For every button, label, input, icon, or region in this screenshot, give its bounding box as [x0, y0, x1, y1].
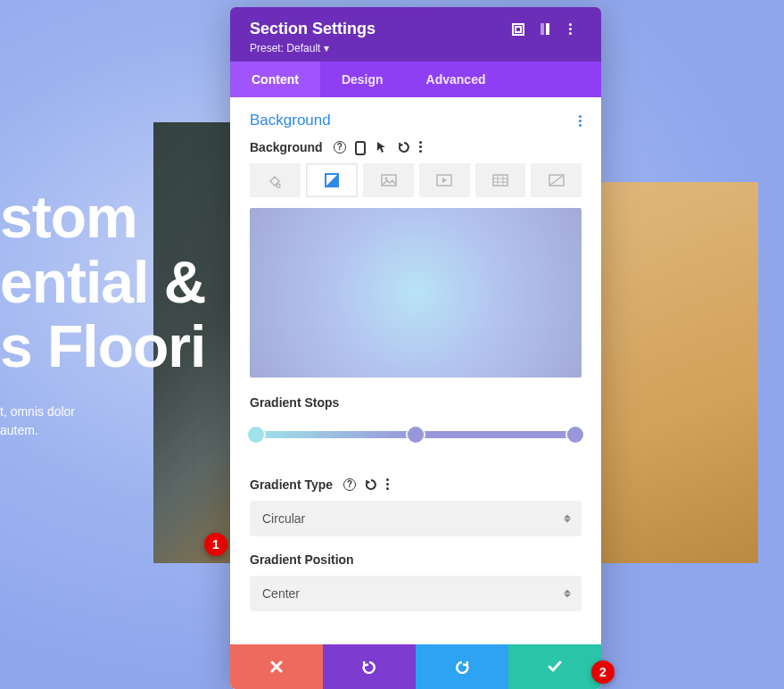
annotation-badge-1: 1 — [204, 533, 227, 556]
panel-body: Background Background ? — [230, 97, 601, 644]
gradient-type-select[interactable]: Circular — [250, 501, 582, 536]
select-caret-icon — [564, 590, 571, 598]
tab-design[interactable]: Design — [320, 62, 405, 97]
svg-rect-0 — [513, 24, 524, 35]
expand-icon[interactable] — [512, 23, 524, 36]
gradient-preview[interactable] — [250, 208, 582, 378]
gradient-position-select[interactable]: Center — [250, 576, 582, 611]
header-icon-group — [512, 23, 582, 36]
close-icon — [270, 660, 283, 673]
modal-title: Section Settings — [250, 20, 375, 38]
select-caret-icon — [564, 515, 571, 523]
bg-tab-pattern[interactable] — [475, 163, 526, 197]
modal-header: Section Settings Preset: Default ▾ — [230, 7, 601, 62]
bg-tab-mask[interactable] — [531, 163, 582, 197]
background-label: Background — [250, 140, 323, 154]
section-settings-modal: Section Settings Preset: Default ▾ Conte… — [230, 7, 601, 689]
bg-tab-gradient[interactable] — [306, 163, 359, 197]
field-more-icon[interactable] — [386, 478, 399, 491]
hero-image-right — [598, 182, 758, 563]
reset-icon[interactable] — [398, 141, 410, 154]
preset-label: Preset: — [250, 42, 284, 54]
svg-rect-2 — [356, 142, 365, 154]
svg-rect-7 — [493, 175, 508, 186]
panel-heading[interactable]: Background — [250, 112, 331, 129]
gradient-position-label: Gradient Position — [250, 552, 354, 567]
responsive-columns-icon[interactable] — [541, 23, 553, 36]
help-icon[interactable]: ? — [334, 141, 346, 154]
gradient-stops-slider[interactable] — [250, 420, 582, 449]
panel-more-icon[interactable] — [579, 115, 582, 127]
background-label-icons: ? — [334, 141, 432, 154]
hero-sub-1: t, omnis dolor — [0, 404, 75, 419]
gradient-stop-1[interactable] — [248, 427, 264, 443]
redo-icon — [454, 660, 470, 674]
check-icon — [548, 660, 562, 673]
undo-button[interactable] — [323, 644, 416, 689]
hero-text: stom ential & s Floori t, omnis dolor au… — [0, 185, 250, 440]
bg-tab-video[interactable] — [419, 163, 470, 197]
device-icon[interactable] — [355, 141, 367, 154]
gradient-type-value: Circular — [262, 511, 305, 526]
tab-bar: Content Design Advanced — [230, 62, 601, 97]
more-menu-icon[interactable] — [569, 23, 582, 36]
background-type-tabs — [250, 163, 582, 197]
gradient-stops-label: Gradient Stops — [250, 395, 339, 410]
tab-content[interactable]: Content — [230, 62, 320, 97]
hero-line-3: s Floori — [0, 314, 250, 379]
tab-advanced[interactable]: Advanced — [405, 62, 508, 97]
bg-tab-image[interactable] — [363, 163, 414, 197]
hover-cursor-icon[interactable] — [376, 141, 389, 154]
cancel-button[interactable] — [230, 644, 323, 689]
annotation-badge-2: 2 — [591, 660, 615, 684]
hero-sub-2: autem. — [0, 423, 38, 437]
field-more-icon[interactable] — [419, 141, 432, 154]
redo-button[interactable] — [416, 644, 508, 689]
preset-selector[interactable]: Preset: Default ▾ — [250, 42, 582, 54]
gradient-type-label: Gradient Type — [250, 477, 333, 492]
gradient-stop-3[interactable] — [567, 427, 583, 443]
gradient-position-value: Center — [262, 586, 300, 601]
svg-rect-1 — [516, 27, 521, 32]
hero-line-2: ential & — [0, 250, 250, 315]
reset-icon[interactable] — [365, 478, 377, 491]
gradient-stop-2[interactable] — [408, 427, 424, 443]
chevron-down-icon: ▾ — [324, 42, 329, 54]
hero-line-1: stom — [0, 185, 250, 250]
help-icon[interactable]: ? — [343, 478, 356, 491]
modal-footer — [230, 644, 601, 689]
undo-icon — [361, 660, 377, 674]
hero-sub: t, omnis dolor autem. — [0, 403, 250, 440]
preset-value: Default — [286, 42, 320, 54]
save-button[interactable] — [508, 644, 601, 689]
bg-tab-fill[interactable] — [250, 163, 301, 197]
